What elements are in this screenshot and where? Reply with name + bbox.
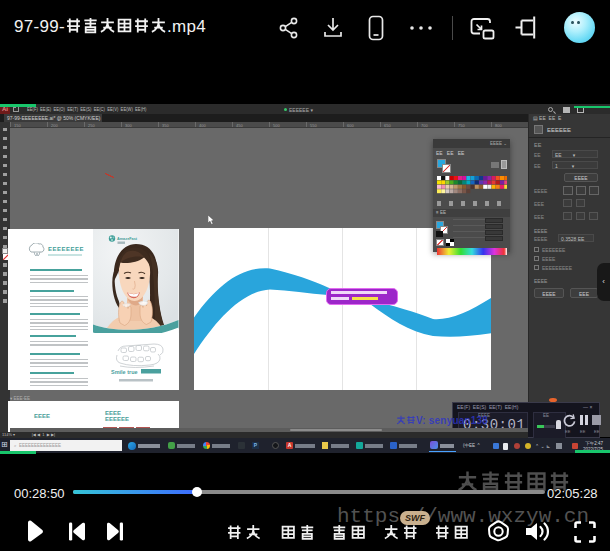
svg-text:AmazeFast: AmazeFast xyxy=(117,237,138,241)
svg-text:Smile true: Smile true xyxy=(111,369,138,375)
